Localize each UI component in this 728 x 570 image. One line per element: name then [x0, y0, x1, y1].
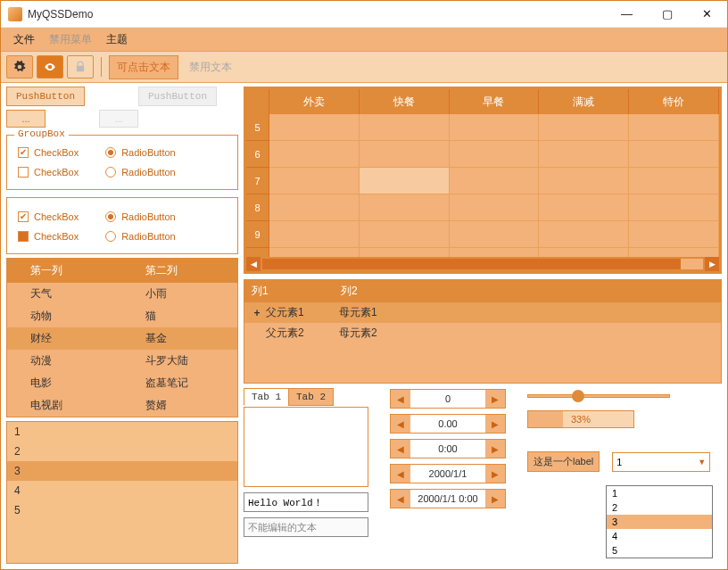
table-row[interactable]: 电视剧赘婿 [7, 394, 237, 417]
spinbox-datetime[interactable]: ◀2000/1/1 0:00▶ [390, 489, 506, 508]
spinbox-date[interactable]: ◀2000/1/1▶ [390, 464, 506, 483]
col-2-header[interactable]: 第二列 [122, 259, 237, 283]
table-row-header[interactable]: 7 [246, 168, 269, 194]
radio-2[interactable]: RadioButton [105, 167, 176, 178]
preview-button[interactable] [37, 55, 63, 78]
combo-option[interactable]: 4 [607, 529, 712, 543]
table-cell[interactable] [450, 168, 540, 194]
radio-3[interactable]: RadioButton [105, 211, 176, 222]
combo-option[interactable]: 2 [607, 500, 712, 515]
table-col-header[interactable]: 快餐 [360, 89, 450, 114]
checkbox-1[interactable]: CheckBox [18, 147, 79, 158]
table-cell[interactable] [539, 221, 629, 248]
settings-button[interactable] [6, 55, 33, 78]
spinbox-double[interactable]: ◀0.00▶ [390, 414, 506, 434]
list-item[interactable]: 1 [7, 422, 237, 442]
table-cell[interactable] [539, 194, 629, 221]
spin-right-icon[interactable]: ▶ [485, 390, 505, 408]
table-row-header[interactable]: 6 [246, 141, 269, 168]
table-cell[interactable] [539, 168, 629, 194]
radio-1[interactable]: RadioButton [105, 147, 176, 158]
table-cell[interactable] [629, 248, 719, 257]
table-col-header[interactable]: 特价 [629, 89, 719, 114]
spinbox-int[interactable]: ◀0▶ [390, 389, 506, 409]
expand-icon[interactable]: + [252, 307, 262, 319]
list-item[interactable]: 5 [7, 500, 237, 520]
slider[interactable] [527, 389, 670, 403]
table-row-header[interactable]: 9 [246, 221, 269, 248]
combo-option[interactable]: 3 [607, 515, 712, 529]
checkbox-4[interactable]: CheckBox [18, 231, 79, 242]
list-widget[interactable]: 12345 [6, 421, 238, 564]
table-cell[interactable] [629, 141, 719, 168]
slider-thumb[interactable] [572, 390, 584, 402]
tab-1[interactable]: Tab 1 [244, 388, 289, 406]
h-scrollbar[interactable]: ◀ ▶ [246, 257, 719, 271]
clickable-text[interactable]: 可点击文本 [109, 55, 178, 79]
close-button[interactable]: ✕ [687, 1, 727, 27]
list-item[interactable]: 4 [7, 481, 237, 500]
combobox[interactable]: 1▼ [612, 452, 710, 472]
table-cell[interactable] [450, 248, 540, 257]
table-cell[interactable] [450, 141, 540, 168]
table-col-header[interactable]: 满减 [539, 89, 629, 114]
table-cell[interactable] [269, 168, 360, 194]
tree-row[interactable]: 父元素2母元素2 [244, 323, 721, 343]
table-row-header[interactable]: 5 [246, 114, 269, 141]
table-col-header[interactable]: 早餐 [450, 89, 540, 114]
tree-row[interactable]: +父元素1母元素1 [244, 302, 721, 323]
table-row[interactable]: 电影盗墓笔记 [7, 372, 237, 394]
tree-col-1[interactable]: 列1 [244, 280, 334, 302]
table-cell[interactable] [629, 114, 719, 141]
tree-widget[interactable]: 列1 列2 +父元素1母元素1父元素2母元素2 [244, 279, 722, 384]
combo-dropdown[interactable]: 12345 [606, 485, 713, 558]
spinbox-time[interactable]: ◀0:00▶ [390, 439, 506, 458]
table-cell[interactable] [360, 194, 450, 221]
scroll-right-icon[interactable]: ▶ [705, 257, 719, 271]
tab-2[interactable]: Tab 2 [288, 388, 334, 406]
table-cell[interactable] [360, 114, 450, 141]
table-row[interactable]: 动物猫 [7, 305, 237, 327]
radio-4[interactable]: RadioButton [105, 231, 176, 242]
table-cell[interactable] [539, 248, 629, 257]
table-cell[interactable] [450, 114, 540, 141]
table-cell[interactable] [269, 194, 360, 221]
table-row-header[interactable]: 10 [246, 248, 269, 257]
text-input[interactable] [244, 492, 368, 512]
table-cell[interactable] [269, 221, 360, 248]
table-col-header[interactable]: 外卖 [269, 89, 360, 114]
lock-button[interactable] [67, 55, 94, 78]
push-button[interactable]: PushButton [6, 87, 85, 106]
big-table[interactable]: 外卖快餐早餐满减特价 5678910 ◀ ▶ [244, 87, 722, 274]
table-cell[interactable] [539, 114, 629, 141]
maximize-button[interactable]: ▢ [647, 1, 687, 27]
list-item[interactable]: 2 [7, 442, 237, 461]
table-row[interactable]: 动漫斗罗大陆 [7, 350, 237, 372]
table-cell[interactable] [269, 141, 360, 168]
dots-button[interactable]: ... [6, 110, 46, 128]
col-1-header[interactable]: 第一列 [7, 259, 122, 283]
table-cell[interactable] [450, 194, 540, 221]
table-cell[interactable] [450, 221, 540, 248]
tree-col-2[interactable]: 列2 [334, 280, 721, 302]
table-cell[interactable] [629, 168, 719, 194]
table-cell[interactable] [360, 248, 450, 257]
checkbox-2[interactable]: CheckBox [18, 167, 79, 178]
table-cell[interactable] [360, 221, 450, 248]
menu-file[interactable]: 文件 [6, 29, 42, 51]
table-cell[interactable] [629, 221, 719, 248]
table-row[interactable]: 财经基金 [7, 327, 237, 350]
spin-left-icon[interactable]: ◀ [391, 390, 410, 408]
table-row-header[interactable]: 8 [246, 194, 269, 221]
table-cell[interactable] [269, 114, 360, 141]
combo-option[interactable]: 1 [607, 486, 712, 500]
scroll-left-icon[interactable]: ◀ [246, 257, 261, 271]
checkbox-3[interactable]: CheckBox [18, 211, 79, 222]
table-cell[interactable] [539, 141, 629, 168]
list-item[interactable]: 3 [7, 461, 237, 481]
table-row[interactable]: 天气小雨 [7, 283, 237, 305]
table-cell[interactable] [360, 141, 450, 168]
table-cell[interactable] [269, 248, 360, 257]
table-cell[interactable] [360, 168, 450, 194]
minimize-button[interactable]: — [607, 1, 647, 27]
